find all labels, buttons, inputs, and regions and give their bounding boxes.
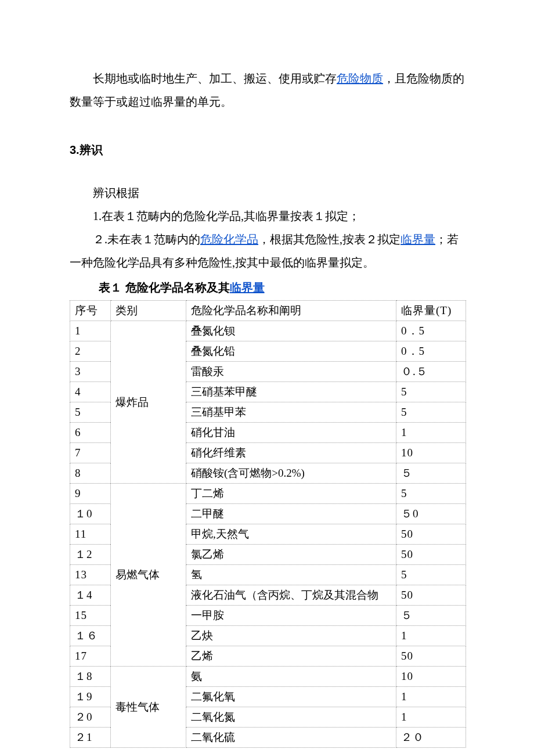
cell-seq: 3 xyxy=(70,362,111,382)
cell-name: 氯乙烯 xyxy=(186,545,396,565)
cell-name: 液化石油气（含丙烷、丁烷及其混合物 xyxy=(186,585,396,606)
table-row: 9 易燃气体 丁二烯 5 xyxy=(70,484,466,504)
item2-line: ２.未在表１范畴内的危险化学品，根据其危险性,按表２拟定临界量；若一种危险化学品… xyxy=(70,228,466,274)
cell-cat: 爆炸品 xyxy=(111,321,186,484)
table1-title-prefix: 表１ 危险化学品名称及其 xyxy=(99,281,230,294)
cell-qty: 10 xyxy=(396,667,466,687)
cell-seq: 2 xyxy=(70,341,111,362)
cell-name: 乙烯 xyxy=(186,646,396,667)
cell-seq: 5 xyxy=(70,402,111,423)
cell-qty: 50 xyxy=(396,585,466,606)
cell-seq: ２1 xyxy=(70,728,111,748)
cell-qty: 5 xyxy=(396,382,466,402)
header-qty: 临界量(T) xyxy=(396,301,466,321)
item2-mid: ，根据其危险性,按表２拟定 xyxy=(258,233,400,246)
cell-seq: 15 xyxy=(70,606,111,626)
cell-qty: 5 xyxy=(396,565,466,585)
cell-name: 硝化甘油 xyxy=(186,423,396,443)
cell-name: 二氧化硫 xyxy=(186,728,396,748)
cell-qty: 1 xyxy=(396,687,466,707)
cell-qty: 0．5 xyxy=(396,341,466,362)
link-hazardous-substance[interactable]: 危险物质 xyxy=(337,72,383,85)
cell-name: 氨 xyxy=(186,667,396,687)
cell-name: 丁二烯 xyxy=(186,484,396,504)
cell-seq: 1 xyxy=(70,321,111,341)
item2-prefix: ２.未在表１范畴内的 xyxy=(93,233,200,246)
cell-name: 二甲醚 xyxy=(186,504,396,524)
cell-seq: １2 xyxy=(70,545,111,565)
cell-name: 硝酸铵(含可燃物>0.2%) xyxy=(186,463,396,484)
cell-seq: 13 xyxy=(70,565,111,585)
cell-seq: 8 xyxy=(70,463,111,484)
cell-qty: 50 xyxy=(396,646,466,667)
cell-qty: 5 xyxy=(396,484,466,504)
cell-seq: 7 xyxy=(70,443,111,463)
cell-seq: 9 xyxy=(70,484,111,504)
cell-name: 三硝基甲苯 xyxy=(186,402,396,423)
cell-qty: ５0 xyxy=(396,504,466,524)
cell-seq: 17 xyxy=(70,646,111,667)
cell-qty: 1 xyxy=(396,707,466,728)
cell-name: 二氟化氧 xyxy=(186,687,396,707)
table1-title: 表１ 危险化学品名称及其临界量 xyxy=(70,280,466,296)
cell-seq: １9 xyxy=(70,687,111,707)
cell-seq: ２0 xyxy=(70,707,111,728)
cell-qty: ０.５ xyxy=(396,362,466,382)
cell-qty: 50 xyxy=(396,524,466,545)
cell-qty: 1 xyxy=(396,423,466,443)
cell-name: 叠氮化铅 xyxy=(186,341,396,362)
cell-cat: 易燃气体 xyxy=(111,484,186,667)
cell-name: 甲烷,天然气 xyxy=(186,524,396,545)
link-critical-quantity-title[interactable]: 临界量 xyxy=(230,281,265,294)
cell-qty: 1 xyxy=(396,626,466,646)
identify-item2: ２.未在表１范畴内的危险化学品，根据其危险性,按表２拟定临界量；若一种危险化学品… xyxy=(70,228,466,274)
cell-seq: １0 xyxy=(70,504,111,524)
cell-qty: ２０ xyxy=(396,728,466,748)
cell-seq: １8 xyxy=(70,667,111,687)
cell-name: 硝化纤维素 xyxy=(186,443,396,463)
table-row: 序号 类别 危险化学品名称和阐明 临界量(T) xyxy=(70,301,466,321)
cell-seq: 11 xyxy=(70,524,111,545)
identify-subtitle: 辨识根据 xyxy=(70,181,466,204)
cell-name: 乙炔 xyxy=(186,626,396,646)
cell-name: 雷酸汞 xyxy=(186,362,396,382)
header-seq: 序号 xyxy=(70,301,111,321)
cell-qty: ５ xyxy=(396,463,466,484)
cell-qty: 5 xyxy=(396,402,466,423)
cell-seq: 4 xyxy=(70,382,111,402)
cell-seq: １4 xyxy=(70,585,111,606)
intro-paragraph: 长期地或临时地生产、加工、搬运、使用或贮存危险物质，且危险物质的数量等于或超过临… xyxy=(70,67,466,113)
cell-qty: 10 xyxy=(396,443,466,463)
cell-seq: １６ xyxy=(70,626,111,646)
cell-name: 一甲胺 xyxy=(186,606,396,626)
cell-name: 三硝基苯甲醚 xyxy=(186,382,396,402)
cell-name: 氢 xyxy=(186,565,396,585)
table1: 序号 类别 危险化学品名称和阐明 临界量(T) 1 爆炸品 叠氮化钡 0．5 2… xyxy=(70,300,466,748)
section3-heading: 3.辨识 xyxy=(70,142,466,158)
table-row: １8 毒性气体 氨 10 xyxy=(70,667,466,687)
table-row: 1 爆炸品 叠氮化钡 0．5 xyxy=(70,321,466,341)
cell-qty: ５ xyxy=(396,606,466,626)
link-critical-quantity[interactable]: 临界量 xyxy=(400,233,435,246)
cell-qty: 0．5 xyxy=(396,321,466,341)
cell-qty: 50 xyxy=(396,545,466,565)
cell-name: 二氧化氮 xyxy=(186,707,396,728)
header-name: 危险化学品名称和阐明 xyxy=(186,301,396,321)
identify-item1: 1.在表１范畴内的危险化学品,其临界量按表１拟定； xyxy=(70,204,466,228)
cell-cat: 毒性气体 xyxy=(111,667,186,748)
cell-name: 叠氮化钡 xyxy=(186,321,396,341)
link-hazardous-chemical[interactable]: 危险化学品 xyxy=(200,233,258,246)
intro-prefix: 长期地或临时地生产、加工、搬运、使用或贮存 xyxy=(93,72,337,85)
cell-seq: 6 xyxy=(70,423,111,443)
header-cat: 类别 xyxy=(111,301,186,321)
